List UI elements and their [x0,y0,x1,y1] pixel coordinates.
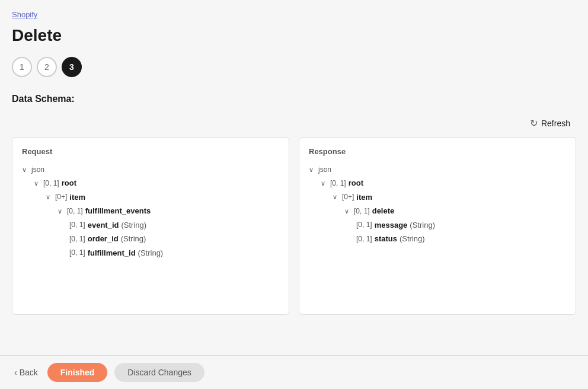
response-status-name: status [375,233,397,245]
back-button[interactable]: ‹ Back [12,363,40,382]
response-json-row: ∨ json [309,163,331,176]
request-fe-name: fulfillment_events [85,205,151,217]
request-item-row: ∨ [0+] item [46,190,163,205]
response-status-range: [0, 1] [356,234,372,244]
step-3[interactable]: 3 [62,57,82,77]
response-root-row: ∨ [0, 1] root [321,176,435,190]
page-container: Shopify Delete 1 2 3 Data Schema: ↻ Refr… [0,0,588,389]
chevron-icon: ∨ [34,178,41,189]
response-delete-name: delete [372,205,395,217]
response-tree-children: ∨ [0, 1] root ∨ [0+] item [321,176,435,246]
request-item-range: [0+] [55,192,67,202]
footer: ‹ Back Finished Discard Changes [0,355,588,389]
request-order-id-type: (String) [121,233,146,245]
request-root-range: [0, 1] [43,178,59,189]
back-label: Back [20,368,38,377]
request-tree: ∨ json ∨ [0, 1] root ∨ [0+] [22,163,279,260]
back-arrow-icon: ‹ [14,368,17,377]
request-item-children: ∨ [0, 1] fulfillment_events [0, 1] event… [57,204,163,260]
schema-panels: Request ∨ json ∨ [0, 1] root [12,137,576,315]
request-order-id-name: order_id [88,233,119,245]
request-event-id-row: [0, 1] event_id (String) [69,218,163,232]
response-panel: Response ∨ json ∨ [0, 1] root [299,137,576,315]
response-item-children: ∨ [0, 1] delete [0, 1] message (String) [344,204,435,246]
request-json-row: ∨ json [22,163,44,176]
refresh-icon: ↻ [530,117,538,129]
request-event-id-name: event_id [88,219,119,231]
request-fulfillment-id-name: fulfillment_id [88,247,136,259]
data-schema-label: Data Schema: [12,94,576,104]
request-fe-range: [0, 1] [67,206,83,216]
request-event-id-type: (String) [121,219,146,231]
step-2[interactable]: 2 [37,57,57,77]
refresh-label: Refresh [541,119,570,128]
response-delete-range: [0, 1] [354,206,370,216]
response-item-range: [0+] [342,192,354,202]
chevron-icon: ∨ [344,206,351,216]
response-message-range: [0, 1] [356,219,372,230]
response-panel-header: Response [309,147,566,156]
request-fulfillment-id-type: (String) [138,247,164,259]
steps-container: 1 2 3 [12,57,576,77]
request-fulfillment-id-range: [0, 1] [69,247,85,258]
response-json-label: json [318,164,331,175]
chevron-icon: ∨ [321,178,328,189]
request-root-children: ∨ [0+] item ∨ [0, 1] fulfillment_events [46,190,163,260]
request-fe-children: [0, 1] event_id (String) [0, 1] order_id… [69,218,163,260]
step-1[interactable]: 1 [12,57,32,77]
chevron-icon: ∨ [57,206,65,216]
chevron-icon: ∨ [333,192,340,202]
request-root-name: root [62,177,76,189]
request-fulfillment-id-row: [0, 1] fulfillment_id (String) [69,246,163,260]
chevron-icon: ∨ [46,192,53,202]
response-item-name: item [356,192,372,203]
schema-toolbar: ↻ Refresh [12,114,576,132]
response-tree: ∨ json ∨ [0, 1] root ∨ [0+] [309,163,566,246]
response-root-name: root [349,177,363,189]
chevron-icon: ∨ [309,165,316,175]
response-status-row: [0, 1] status (String) [356,232,435,246]
response-message-name: message [375,219,408,231]
discard-button[interactable]: Discard Changes [114,363,204,382]
request-root-row: ∨ [0, 1] root [34,176,163,190]
request-order-id-range: [0, 1] [69,234,85,244]
request-event-id-range: [0, 1] [69,219,85,230]
breadcrumb[interactable]: Shopify [12,10,37,19]
response-delete-children: [0, 1] message (String) [0, 1] status (S… [356,218,435,246]
request-order-id-row: [0, 1] order_id (String) [69,232,163,246]
response-delete-row: ∨ [0, 1] delete [344,204,435,218]
request-tree-children: ∨ [0, 1] root ∨ [0+] item [34,176,163,260]
finished-button[interactable]: Finished [47,363,108,382]
request-fulfillment-events-row: ∨ [0, 1] fulfillment_events [57,204,163,218]
request-item-name: item [69,192,85,203]
response-message-row: [0, 1] message (String) [356,218,435,232]
response-message-type: (String) [410,219,435,231]
response-item-row: ∨ [0+] item [333,190,435,205]
page-title: Delete [12,26,576,45]
request-panel-header: Request [22,147,279,156]
response-status-type: (String) [400,233,425,245]
request-panel: Request ∨ json ∨ [0, 1] root [12,137,289,315]
request-json-label: json [31,164,44,175]
chevron-icon: ∨ [22,165,29,175]
response-root-range: [0, 1] [330,178,346,189]
refresh-button[interactable]: ↻ Refresh [524,114,576,132]
response-root-children: ∨ [0+] item ∨ [0, 1] delete [333,190,435,246]
